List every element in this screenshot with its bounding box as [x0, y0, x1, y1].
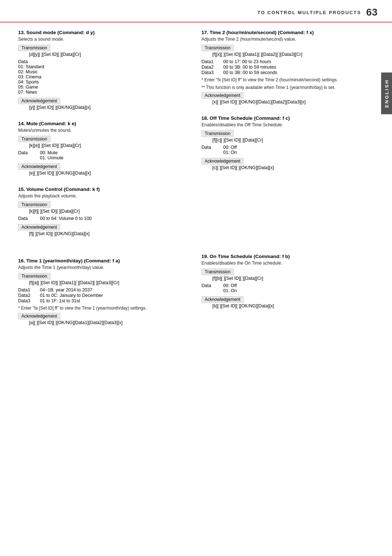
- section-16: 16. Time 1 (year/month/day) (Command: f …: [18, 258, 191, 325]
- section-17-data2-value: 00 to 3B: 00 to 59 minutes: [223, 65, 276, 70]
- section-17-desc: Adjusts the Time 2 (hour/minute/second) …: [201, 37, 374, 42]
- section-17-data1-label: Data1: [201, 59, 223, 64]
- header-title: TO CONTROL MULTIPLE PRODUCTS: [257, 10, 361, 15]
- section-18-data-label: Data: [201, 145, 223, 155]
- section-14-data-v1: 00: Mute: [40, 150, 64, 155]
- section-18-data: Data 00: Off 01: On: [201, 145, 374, 155]
- section-17-transmission-label: Transmission: [201, 45, 234, 51]
- section-19-data-label: Data: [201, 283, 223, 293]
- section-16-data1-value: 04~1B: year 2014 to 2037: [40, 287, 92, 293]
- section-16-data-row1: Data1 04~1B: year 2014 to 2037: [18, 287, 191, 293]
- section-15-desc: Adjusts the playback volume.: [18, 193, 191, 199]
- section-14-data-values: 00: Mute 01: Unmute: [40, 150, 64, 160]
- section-16-transmission-code: [f][a][ ][Set ID][ ][Data1][ ][Data2][ ]…: [29, 280, 191, 285]
- section-15: 15. Volume Control (Command: k f) Adjust…: [18, 187, 191, 236]
- section-14-ack-code: [e][ ][Set ID][ ][OK/NG][Data][x]: [29, 171, 191, 176]
- language-tab: ENGLISH: [381, 73, 392, 114]
- section-19-desc: Enables/disables the On Time schedule.: [201, 261, 374, 266]
- section-14-ack-label: Acknowledgement: [18, 163, 60, 170]
- section-15-title: 15. Volume Control (Command: k f): [18, 187, 191, 192]
- section-17-data-row1: Data1 00 to 17: 00 to 23 hours: [201, 59, 374, 64]
- section-13-data-v6: 07: News: [18, 90, 191, 95]
- section-19-data-v1: 00: Off: [223, 283, 237, 288]
- section-18-data-v1: 00: Off: [223, 145, 237, 150]
- section-18-ack-code: [c][ ][Set ID][ ][OK/NG][Data][x]: [212, 165, 374, 170]
- right-column: 17. Time 2 (hour/minute/second) (Command…: [201, 30, 374, 336]
- section-18-data-row: Data 00: Off 01: On: [201, 145, 374, 155]
- section-14-title: 14. Mute (Command: k e): [18, 121, 191, 126]
- section-17: 17. Time 2 (hour/minute/second) (Command…: [201, 30, 374, 105]
- page: TO CONTROL MULTIPLE PRODUCTS 63 ENGLISH …: [0, 0, 392, 556]
- section-18-title: 18. Off Time Schedule (Command: f c): [201, 115, 374, 121]
- section-19-data-row: Data 00: Off 01: On: [201, 283, 374, 293]
- section-13-transmission-code: [d][y][ ][Set ID][ ][Data][Cr]: [29, 52, 191, 57]
- section-13-data: Data 01: Standard 02: Music 03: Cinema 0…: [18, 59, 191, 95]
- section-16-data-row3: Data3 01 to 1F: 1st to 31st: [18, 298, 191, 303]
- section-19-data-values: 00: Off 01: On: [223, 283, 237, 293]
- section-17-data-row3: Data3 00 to 3B: 00 to 59 seconds: [201, 70, 374, 75]
- section-17-data: Data1 00 to 17: 00 to 23 hours Data2 00 …: [201, 59, 374, 75]
- section-14-data: Data 00: Mute 01: Unmute: [18, 150, 191, 160]
- section-13-ack-code: [y][ ][Set ID][ ][OK/NG][Data][x]: [29, 105, 191, 110]
- section-19-data: Data 00: Off 01: On: [201, 283, 374, 293]
- section-15-data-label: Data: [18, 216, 40, 221]
- section-13-data-label: Data: [18, 59, 28, 64]
- page-header: TO CONTROL MULTIPLE PRODUCTS 63: [0, 0, 392, 23]
- section-17-data2-label: Data2: [201, 65, 223, 70]
- section-17-ack-label: Acknowledgement: [201, 92, 244, 99]
- section-17-transmission-code: [f][x][ ][Set ID][ ][Data1][ ][Data2][ ]…: [212, 52, 374, 57]
- section-14-data-label: Data: [18, 150, 40, 160]
- section-18-transmission-label: Transmission: [201, 130, 234, 137]
- section-18: 18. Off Time Schedule (Command: f c) Ena…: [201, 115, 374, 170]
- section-15-transmission-label: Transmission: [18, 201, 50, 208]
- section-16-desc: Adjusts the Time 1 (year/month/day) valu…: [18, 265, 191, 270]
- section-16-note: * Enter "fa [Set ID] ff" to view the Tim…: [18, 305, 191, 311]
- section-19: 19. On Time Schedule (Command: f b) Enab…: [201, 254, 374, 308]
- section-16-data2-label: Data2: [18, 293, 40, 298]
- section-15-data: Data 00 to 64: Volume 0 to 100: [18, 216, 191, 221]
- section-17-note1: * Enter "fx [Set ID] ff" to view the Tim…: [201, 77, 374, 83]
- section-17-data3-value: 00 to 3B: 00 to 59 seconds: [223, 70, 277, 75]
- section-14: 14. Mute (Command: k e) Mutes/unmutes th…: [18, 121, 191, 176]
- section-18-data-v2: 01: On: [223, 150, 237, 155]
- section-13-data-v1: 01: Standard: [18, 64, 191, 69]
- section-15-ack-code: [f][ ][Set ID][ ][OK/NG][Data][x]: [29, 231, 191, 236]
- section-13-title: 13. Sound mode (Command: d y): [18, 30, 191, 35]
- section-16-transmission-label: Transmission: [18, 273, 50, 279]
- section-13-data-values: 01: Standard 02: Music 03: Cinema 04: Sp…: [18, 64, 191, 95]
- section-14-data-v2: 01: Unmute: [40, 155, 64, 160]
- section-17-title: 17. Time 2 (hour/minute/second) (Command…: [201, 30, 374, 35]
- section-17-ack-code: [x][ ][Set ID][ ][OK/NG][Data1][Data2][D…: [212, 99, 374, 105]
- section-19-data-v2: 01: On: [223, 288, 237, 293]
- section-15-data-single: 00 to 64: Volume 0 to 100: [40, 216, 91, 221]
- section-17-note2: ** This function is only available when …: [201, 84, 374, 91]
- section-19-transmission-code: [f][b][ ][Set ID][ ][Data][Cr]: [212, 276, 374, 281]
- section-14-transmission-code: [k][e][ ][Set ID][ ][Data][Cr]: [29, 143, 191, 148]
- section-16-ack-label: Acknowledgement: [18, 313, 60, 319]
- section-13-data-v5: 05: Game: [18, 85, 191, 90]
- section-19-transmission-label: Transmission: [201, 269, 234, 275]
- section-17-data1-value: 00 to 17: 00 to 23 hours: [223, 59, 271, 64]
- left-column: 13. Sound mode (Command: d y) Selects a …: [18, 30, 191, 336]
- section-13-transmission-label: Transmission: [18, 45, 50, 51]
- section-16-data3-value: 01 to 1F: 1st to 31st: [40, 298, 80, 303]
- section-16-title: 16. Time 1 (year/month/day) (Command: f …: [18, 258, 191, 263]
- section-19-title: 19. On Time Schedule (Command: f b): [201, 254, 374, 259]
- section-16-data-row2: Data2 01 to 0C: January to December: [18, 293, 191, 298]
- section-15-transmission-code: [k][f][ ][Set ID][ ][Data][Cr]: [29, 209, 191, 214]
- section-18-data-values: 00: Off 01: On: [223, 145, 237, 155]
- section-19-ack-label: Acknowledgement: [201, 296, 244, 303]
- section-14-data-row: Data 00: Mute 01: Unmute: [18, 150, 191, 160]
- section-16-data2-value: 01 to 0C: January to December: [40, 293, 103, 298]
- section-16-data: Data1 04~1B: year 2014 to 2037 Data2 01 …: [18, 287, 191, 303]
- section-16-data1-label: Data1: [18, 287, 40, 293]
- section-15-ack-label: Acknowledgement: [18, 224, 60, 230]
- main-content: 13. Sound mode (Command: d y) Selects a …: [0, 23, 392, 343]
- section-13-data-v3: 03: Cinema: [18, 74, 191, 79]
- section-13-desc: Selects a sound mode.: [18, 37, 191, 42]
- section-14-transmission-label: Transmission: [18, 136, 50, 142]
- section-18-desc: Enables/disables the Off Time Schedule.: [201, 122, 374, 127]
- section-17-data-row2: Data2 00 to 3B: 00 to 59 minutes: [201, 65, 374, 70]
- section-16-data3-label: Data3: [18, 298, 40, 303]
- section-19-ack-code: [b][ ][Set ID][ ][OK/NG][Data][x]: [212, 303, 374, 308]
